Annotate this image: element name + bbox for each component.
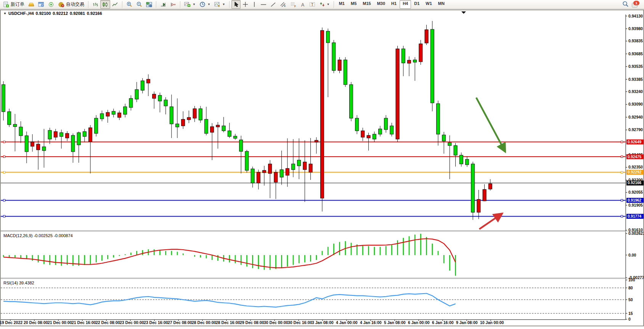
- rsi-name: RSI(14): [3, 281, 18, 285]
- svg-text:0.93385: 0.93385: [628, 77, 643, 82]
- zoom-in-icon: [126, 2, 132, 7]
- notifications-button[interactable]: 1: [632, 2, 639, 8]
- svg-text:4 Jan 16:00: 4 Jan 16:00: [360, 320, 382, 325]
- timeframe-button-m5[interactable]: M5: [348, 0, 360, 9]
- svg-text:0.92649: 0.92649: [628, 140, 642, 144]
- cursor-button[interactable]: [231, 0, 241, 9]
- svg-text:20 Dec 08:00: 20 Dec 08:00: [24, 320, 48, 325]
- fibonacci-button[interactable]: F: [288, 0, 299, 9]
- tile-windows-button[interactable]: [144, 0, 154, 9]
- bar-chart-button[interactable]: [90, 0, 100, 9]
- ohlc-close: 0.92166: [87, 11, 102, 16]
- chart-shift-icon: [170, 2, 176, 7]
- svg-text:0.93090: 0.93090: [628, 102, 643, 106]
- svg-text:23 Dec 00:00: 23 Dec 00:00: [120, 320, 144, 325]
- svg-text:9 Jan 08:00: 9 Jan 08:00: [456, 320, 478, 325]
- chevron-down-icon: ▼: [207, 3, 210, 6]
- chevron-down-icon[interactable]: ▼: [3, 12, 6, 15]
- svg-text:0.93240: 0.93240: [628, 89, 643, 94]
- macd-values: -0.002525 -0.000874: [34, 233, 72, 238]
- market-window-icon: [38, 2, 44, 7]
- autotrade-button[interactable]: 自动交易: [56, 0, 86, 9]
- horizontal-line-button[interactable]: [259, 0, 268, 9]
- fibonacci-icon: F: [290, 2, 297, 7]
- chevron-down-icon: ▼: [327, 3, 330, 6]
- ohlc-high: 0.92212: [53, 11, 68, 16]
- svg-text:50: 50: [628, 297, 633, 302]
- svg-text:0.93835: 0.93835: [628, 39, 643, 43]
- search-icon[interactable]: [622, 1, 629, 8]
- trendline-button[interactable]: [268, 0, 278, 9]
- chart-shift-button[interactable]: [168, 0, 178, 9]
- ohlc-open: 0.92100: [36, 11, 51, 16]
- bar-chart-icon: [92, 2, 98, 7]
- cursor-icon: [233, 2, 239, 7]
- channel-button[interactable]: E: [278, 0, 288, 9]
- signals-button[interactable]: [46, 0, 56, 9]
- arrows-icon: [320, 2, 325, 7]
- symbol-period-label: USDCHF-,H4: [8, 11, 34, 16]
- svg-text:22 Dec 08:00: 22 Dec 08:00: [96, 320, 120, 325]
- svg-text:15: 15: [628, 311, 633, 316]
- indicators-button[interactable]: ▼: [182, 0, 198, 9]
- svg-text:3 Jan 08:00: 3 Jan 08:00: [312, 320, 334, 325]
- svg-text:0.92055: 0.92055: [628, 190, 643, 194]
- line-chart-icon: [112, 2, 118, 7]
- line-chart-button[interactable]: [110, 0, 120, 9]
- mt4-window: 新订单 自动交易: [0, 0, 644, 329]
- svg-text:0.002622: 0.002622: [628, 231, 644, 236]
- svg-text:0.93980: 0.93980: [628, 26, 643, 31]
- svg-text:0.92166: 0.92166: [628, 181, 642, 185]
- chevron-down-icon: ▼: [193, 3, 196, 6]
- svg-text:23 Dec 16:00: 23 Dec 16:00: [144, 320, 168, 325]
- svg-text:0: 0: [628, 317, 631, 321]
- candle-chart-button[interactable]: [100, 0, 110, 9]
- price-chart-canvas[interactable]: 0.941300.939800.938350.936850.935350.933…: [0, 10, 644, 326]
- svg-text:21 Dec 00:00: 21 Dec 00:00: [48, 320, 72, 325]
- svg-text:0.00: 0.00: [628, 253, 636, 257]
- new-order-icon: [3, 2, 9, 8]
- vertical-line-button[interactable]: [250, 0, 259, 9]
- vertical-line-icon: [252, 2, 257, 7]
- toolbar-separator: [88, 1, 88, 8]
- trendline-icon: [270, 2, 276, 7]
- timeframe-button-m30[interactable]: M30: [374, 0, 388, 9]
- periods-button[interactable]: ▼: [198, 0, 212, 9]
- chart-title: ▼ USDCHF-,H4 0.92100 0.92212 0.92081 0.9…: [3, 11, 102, 16]
- gold-bar-button[interactable]: [26, 0, 36, 9]
- macd-name: MACD(12,26,9): [3, 233, 32, 238]
- autotrade-icon: [58, 2, 64, 7]
- svg-text:19 Dec 2022: 19 Dec 2022: [0, 320, 22, 325]
- zoom-out-button[interactable]: [134, 0, 144, 9]
- toolbar-separator: [122, 1, 122, 8]
- svg-text:5 Jan 08:00: 5 Jan 08:00: [384, 320, 406, 325]
- clock-icon: [199, 2, 206, 7]
- zoom-in-button[interactable]: [124, 0, 134, 9]
- market-window-button[interactable]: [36, 0, 46, 9]
- timeframe-button-mn[interactable]: MN: [435, 0, 448, 9]
- svg-text:0.92292: 0.92292: [628, 170, 642, 174]
- timeframe-button-m1[interactable]: M1: [336, 0, 348, 9]
- timeframe-button-w1[interactable]: W1: [422, 0, 435, 9]
- templates-button[interactable]: ▼: [212, 0, 227, 9]
- text-label-button[interactable]: T: [307, 0, 318, 9]
- crosshair-icon: [243, 2, 248, 7]
- annotation-arrow: [479, 213, 502, 229]
- crosshair-button[interactable]: [241, 0, 250, 9]
- timeframe-button-h1[interactable]: H1: [388, 0, 400, 9]
- timeframe-button-d1[interactable]: D1: [411, 0, 422, 9]
- timeframe-button-m15[interactable]: M15: [360, 0, 374, 9]
- arrows-button[interactable]: ▼: [318, 0, 332, 9]
- text-button[interactable]: A: [299, 0, 307, 9]
- new-order-button[interactable]: 新订单: [1, 0, 26, 9]
- svg-text:T: T: [311, 3, 313, 7]
- svg-text:30 Dec 00:00: 30 Dec 00:00: [264, 320, 288, 325]
- chart-window[interactable]: ▼ USDCHF-,H4 0.92100 0.92212 0.92081 0.9…: [0, 10, 644, 326]
- gold-bar-icon: [28, 2, 34, 7]
- timeframe-button-h4[interactable]: H4: [400, 0, 411, 9]
- channel-icon: E: [280, 2, 286, 7]
- zoom-out-icon: [136, 2, 142, 7]
- auto-scroll-button[interactable]: [158, 0, 168, 9]
- macd-indicator-label: MACD(12,26,9) -0.002525 -0.000874: [3, 233, 73, 238]
- svg-text:29 Dec 08:00: 29 Dec 08:00: [240, 320, 264, 325]
